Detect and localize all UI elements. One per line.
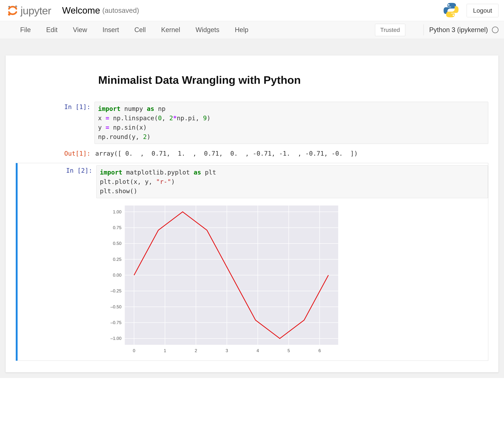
svg-text:–0.50: –0.50	[111, 304, 122, 309]
menubar: File Edit View Insert Cell Kernel Widget…	[0, 21, 504, 39]
matplotlib-output: 0123456–1.00–0.75–0.50–0.250.000.250.500…	[96, 198, 345, 358]
svg-text:1.00: 1.00	[113, 209, 122, 214]
svg-text:–0.25: –0.25	[111, 288, 122, 293]
markdown-cell[interactable]: Minimalist Data Wrangling with Python	[16, 68, 488, 97]
jupyter-logo[interactable]: jupyter	[7, 4, 51, 17]
svg-text:2: 2	[195, 348, 197, 353]
svg-text:4: 4	[257, 348, 259, 353]
svg-text:–1.00: –1.00	[111, 336, 122, 341]
notebook-name[interactable]: Welcome	[62, 5, 100, 16]
menu-file[interactable]: File	[12, 22, 38, 38]
kernel-name[interactable]: Python 3 (ipykernel)	[429, 26, 488, 34]
svg-text:0.50: 0.50	[113, 241, 122, 246]
svg-text:0: 0	[133, 348, 135, 353]
notebook-container: Minimalist Data Wrangling with Python In…	[6, 55, 498, 373]
prompt-in-2: In [2]:	[18, 165, 96, 358]
python-icon	[443, 2, 459, 19]
menu-cell[interactable]: Cell	[127, 22, 154, 38]
header-bar: jupyter Welcome (autosaved) Logout	[0, 0, 504, 21]
code-input-2[interactable]: import matplotlib.pyplot as plt plt.plot…	[96, 165, 488, 198]
output-cell-1: Out[1]: array([ 0. , 0.71, 1. , 0.71, 0.…	[16, 148, 488, 159]
code-cell-1[interactable]: In [1]: import numpy as np x = np.linspa…	[16, 102, 488, 144]
menu-edit[interactable]: Edit	[38, 22, 65, 38]
menu-insert[interactable]: Insert	[95, 22, 127, 38]
logout-button[interactable]: Logout	[467, 4, 498, 17]
svg-text:–0.75: –0.75	[111, 320, 122, 325]
prompt-out-1: Out[1]:	[16, 148, 95, 159]
trusted-button[interactable]: Trusted	[375, 24, 405, 36]
output-text-1: array([ 0. , 0.71, 1. , 0.71, 0. , -0.71…	[95, 148, 488, 159]
code-cell-2[interactable]: In [2]: import matplotlib.pyplot as plt …	[16, 163, 488, 361]
svg-text:0.75: 0.75	[113, 225, 122, 230]
menu-widgets[interactable]: Widgets	[188, 22, 227, 38]
prompt-in-1: In [1]:	[16, 102, 95, 144]
prompt-empty	[16, 68, 95, 97]
jupyter-icon	[7, 5, 18, 16]
svg-text:0.25: 0.25	[113, 257, 122, 262]
menu-help[interactable]: Help	[227, 22, 256, 38]
kernel-indicator-box: Python 3 (ipykernel)	[424, 24, 498, 35]
line-chart: 0123456–1.00–0.75–0.50–0.250.000.250.500…	[96, 198, 345, 358]
notebook-heading: Minimalist Data Wrangling with Python	[95, 74, 488, 86]
svg-text:5: 5	[288, 348, 290, 353]
code-input-1[interactable]: import numpy as np x = np.linspace(0, 2*…	[95, 102, 488, 144]
menu-view[interactable]: View	[65, 22, 95, 38]
kernel-idle-icon	[492, 27, 498, 33]
svg-text:1: 1	[164, 348, 166, 353]
jupyter-brand-text: jupyter	[20, 4, 51, 17]
svg-text:0.00: 0.00	[113, 273, 122, 278]
svg-text:3: 3	[226, 348, 228, 353]
menu-kernel[interactable]: Kernel	[154, 22, 188, 38]
svg-text:6: 6	[318, 348, 321, 353]
notebook-background: Minimalist Data Wrangling with Python In…	[0, 39, 504, 378]
autosave-status: (autosaved)	[102, 6, 139, 14]
